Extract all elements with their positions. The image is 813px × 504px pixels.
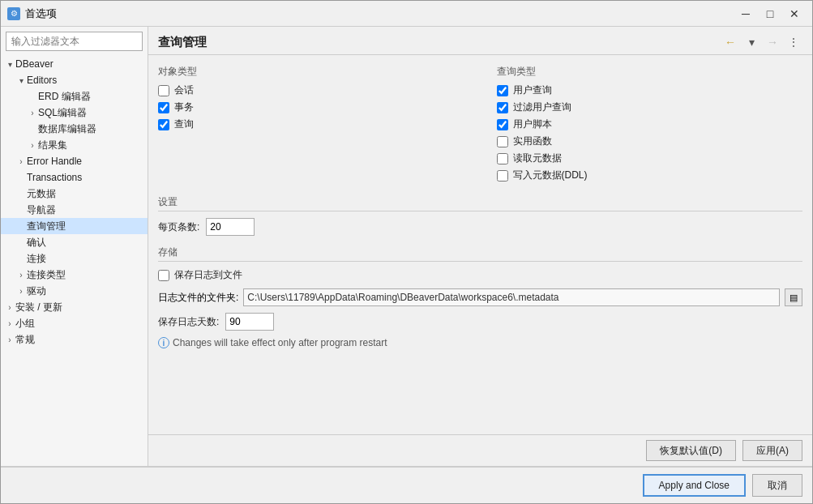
sidebar-label-groups: 小组 (15, 317, 35, 331)
browse-button[interactable]: ▤ (785, 288, 802, 306)
per-page-row: 每页条数: (158, 218, 802, 236)
query-type-checkbox-user-script[interactable] (497, 119, 508, 130)
save-log-row: 保存日志到文件 (158, 268, 802, 282)
panel-body: 对象类型 会话事务查询 查询类型 用户查询过滤用户查询用户脚本实用函数读取元数据… (148, 55, 812, 434)
obj-type-checkbox-session[interactable] (158, 85, 169, 96)
sidebar-item-general[interactable]: ›常规 (1, 331, 148, 348)
sidebar-label-sql-editor: SQL编辑器 (38, 106, 87, 120)
expand-icon-metadata (15, 188, 27, 199)
sidebar-label-transactions: Transactions (27, 172, 82, 183)
apply-and-close-button[interactable]: Apply and Close (643, 474, 746, 497)
sidebar-item-connect[interactable]: 连接 (1, 250, 148, 267)
query-type-label-read-metadata: 读取元数据 (513, 152, 562, 165)
log-file-label: 日志文件的文件夹: (158, 291, 238, 305)
query-type-row-filter-user-query: 过滤用户查询 (497, 100, 803, 114)
save-log-label: 保存日志到文件 (174, 268, 242, 282)
sidebar-label-error-handle: Error Handle (27, 156, 82, 167)
menu-button[interactable]: ⋮ (785, 33, 802, 51)
expand-icon-editors: ▾ (15, 75, 27, 86)
filter-input[interactable] (6, 32, 143, 51)
expand-icon-sql-editor: › (27, 107, 38, 118)
tree-container: ▾DBeaver▾EditorsERD 编辑器›SQL编辑器数据库编辑器›结果集… (1, 56, 148, 348)
back-button[interactable]: ← (721, 33, 739, 51)
log-file-row: 日志文件的文件夹: ▤ (158, 288, 802, 306)
sidebar-item-dbeaver[interactable]: ▾DBeaver (1, 56, 148, 72)
query-types-group: 用户查询过滤用户查询用户脚本实用函数读取元数据写入元数据(DDL) (497, 83, 803, 182)
sidebar-item-drivers[interactable]: ›驱动 (1, 283, 148, 299)
panel-toolbar: ← ▾ → ⋮ (721, 33, 802, 51)
obj-type-checkbox-transaction[interactable] (158, 102, 169, 113)
sidebar-label-install-update: 安装 / 更新 (15, 301, 62, 314)
panel-footer: 恢复默认值(D) 应用(A) (148, 434, 812, 466)
query-type-row-user-script: 用户脚本 (497, 117, 803, 131)
sidebar-item-connect-type[interactable]: ›连接类型 (1, 267, 148, 283)
info-text: Changes will take effect only after prog… (173, 337, 387, 348)
query-type-checkbox-user-query[interactable] (497, 85, 508, 96)
sidebar-item-results[interactable]: ›结果集 (1, 137, 148, 153)
back-dropdown-button[interactable]: ▾ (742, 33, 760, 51)
query-type-label-user-query: 用户查询 (513, 83, 552, 97)
expand-icon-navigator (15, 204, 27, 216)
sidebar-item-transactions[interactable]: Transactions (1, 169, 148, 186)
sidebar-label-erd-editor: ERD 编辑器 (38, 90, 91, 104)
query-type-checkbox-write-metadata[interactable] (497, 170, 508, 182)
sidebar-item-metadata[interactable]: 元数据 (1, 186, 148, 202)
sidebar: ▾DBeaver▾EditorsERD 编辑器›SQL编辑器数据库编辑器›结果集… (1, 27, 148, 466)
expand-icon-erd-editor (27, 91, 38, 102)
query-type-checkbox-filter-user-query[interactable] (497, 102, 508, 113)
sidebar-label-navigator: 导航器 (27, 203, 56, 217)
sidebar-label-metadata: 元数据 (27, 187, 56, 201)
window-controls: ─ □ ✕ (734, 5, 806, 23)
save-log-checkbox[interactable] (158, 270, 169, 281)
sidebar-item-sql-editor[interactable]: ›SQL编辑器 (1, 105, 148, 121)
maximize-button[interactable]: □ (759, 5, 781, 23)
query-type-label-filter-user-query: 过滤用户查询 (513, 100, 571, 114)
query-type-row-utility-func: 实用函数 (497, 135, 803, 148)
sidebar-item-navigator[interactable]: 导航器 (1, 202, 148, 218)
close-button[interactable]: ✕ (783, 5, 806, 23)
per-page-input[interactable] (206, 218, 255, 236)
cancel-button[interactable]: 取消 (752, 474, 802, 497)
query-type-checkbox-read-metadata[interactable] (497, 153, 508, 164)
query-type-row-user-query: 用户查询 (497, 83, 803, 97)
sidebar-label-editors: Editors (27, 75, 57, 86)
obj-type-label-session: 会话 (174, 83, 194, 97)
expand-icon-connect-type: › (15, 269, 27, 280)
log-file-input[interactable] (243, 288, 780, 306)
storage-title: 存储 (158, 246, 802, 262)
apply-button[interactable]: 应用(A) (742, 440, 802, 461)
save-days-input[interactable] (225, 313, 274, 331)
sidebar-label-query-mgmt: 查询管理 (27, 220, 66, 233)
query-type-row-read-metadata: 读取元数据 (497, 152, 803, 165)
restore-defaults-button[interactable]: 恢复默认值(D) (646, 440, 736, 461)
sidebar-label-general: 常规 (15, 333, 35, 347)
save-days-label: 保存日志天数: (158, 315, 219, 329)
sidebar-item-db-editor[interactable]: 数据库编辑器 (1, 121, 148, 137)
title-bar: ⚙ 首选项 ─ □ ✕ (1, 1, 812, 27)
query-type-label-utility-func: 实用函数 (513, 135, 552, 148)
query-type-label-write-metadata: 写入元数据(DDL) (513, 169, 588, 182)
obj-type-checkbox-query[interactable] (158, 119, 169, 130)
expand-icon-results: › (27, 139, 38, 151)
minimize-button[interactable]: ─ (734, 5, 757, 23)
sidebar-item-error-handle[interactable]: ›Error Handle (1, 153, 148, 169)
query-type-checkbox-utility-func[interactable] (497, 136, 508, 147)
sidebar-item-install-update[interactable]: ›安装 / 更新 (1, 299, 148, 315)
per-page-label: 每页条数: (158, 220, 199, 234)
query-type-label-user-script: 用户脚本 (513, 117, 552, 131)
expand-icon-install-update: › (4, 301, 15, 313)
panel-title: 查询管理 (158, 35, 207, 50)
sidebar-item-erd-editor[interactable]: ERD 编辑器 (1, 88, 148, 105)
obj-type-label-transaction: 事务 (174, 100, 194, 114)
preferences-window: ⚙ 首选项 ─ □ ✕ ▾DBeaver▾EditorsERD 编辑器›SQL编… (0, 0, 813, 504)
expand-icon-connect (15, 253, 27, 264)
expand-icon-dbeaver: ▾ (4, 58, 15, 70)
query-type-row-write-metadata: 写入元数据(DDL) (497, 169, 803, 182)
sidebar-item-editors[interactable]: ▾Editors (1, 72, 148, 88)
sidebar-item-groups[interactable]: ›小组 (1, 315, 148, 331)
object-types-block: 对象类型 会话事务查询 (158, 65, 464, 182)
sidebar-item-confirm[interactable]: 确认 (1, 234, 148, 250)
forward-button[interactable]: → (764, 33, 781, 51)
sidebar-item-query-mgmt[interactable]: 查询管理 (1, 218, 148, 234)
object-types-title: 对象类型 (158, 65, 464, 79)
